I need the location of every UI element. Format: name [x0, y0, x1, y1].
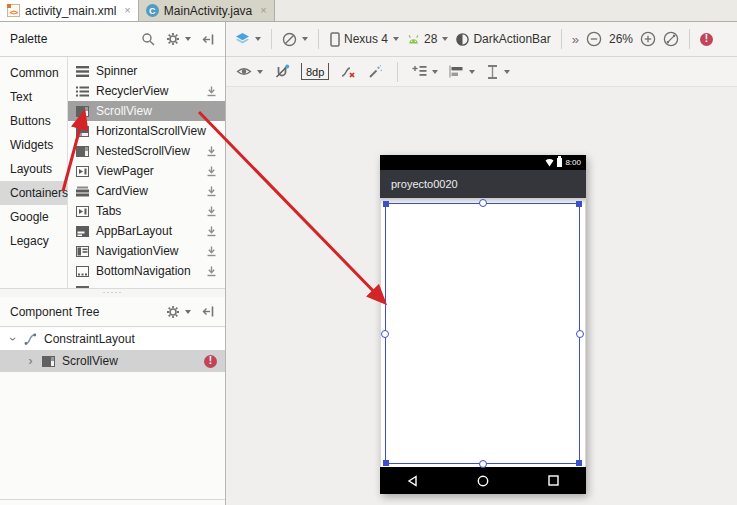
- align-button[interactable]: [449, 65, 475, 78]
- download-icon[interactable]: [206, 246, 217, 257]
- zoom-to-fit-icon[interactable]: [663, 31, 679, 47]
- component-tree: › ConstraintLayout › ScrollView !: [0, 328, 225, 372]
- anchor-left[interactable]: [381, 330, 389, 338]
- expander-icon[interactable]: ›: [26, 354, 35, 368]
- error-badge[interactable]: !: [204, 355, 217, 368]
- palette-options-button[interactable]: [166, 32, 191, 46]
- zoom-level: 26%: [609, 32, 633, 46]
- download-icon[interactable]: [206, 186, 217, 197]
- theme-selector[interactable]: DarkActionBar: [455, 32, 550, 47]
- bottomnavigation-icon: [76, 266, 89, 277]
- palette-title: Palette: [10, 32, 47, 46]
- chevron-down-icon: [185, 37, 191, 41]
- device-phone-icon: [329, 32, 341, 47]
- expander-icon[interactable]: ›: [6, 335, 20, 344]
- category-layouts[interactable]: Layouts: [0, 157, 67, 181]
- anchor-right[interactable]: [576, 330, 584, 338]
- chevron-down-icon: [442, 37, 448, 41]
- tree-options-button[interactable]: [166, 305, 191, 319]
- category-widgets[interactable]: Widgets: [0, 133, 67, 157]
- design-surface[interactable]: 8:00 proyecto0020: [226, 87, 737, 505]
- chevron-down-icon: [469, 70, 475, 74]
- orientation-button[interactable]: [282, 32, 308, 47]
- category-google[interactable]: Google: [0, 205, 67, 229]
- component-recyclerview[interactable]: RecyclerView: [68, 81, 225, 101]
- chevron-down-icon: [393, 37, 399, 41]
- tree-node-constraintlayout[interactable]: › ConstraintLayout: [0, 328, 225, 350]
- design-mode-button[interactable]: [235, 32, 261, 46]
- design-editor: Nexus 4 28 DarkActionBar » 26% ! 8dp: [226, 22, 737, 505]
- chevron-down-icon: [504, 70, 510, 74]
- device-label: Nexus 4: [344, 32, 388, 46]
- anchor-top[interactable]: [479, 199, 487, 207]
- distribute-vertical-icon: [486, 65, 499, 79]
- download-icon[interactable]: [206, 206, 217, 217]
- component-navigationview[interactable]: NavigationView: [68, 241, 225, 261]
- errors-button[interactable]: !: [700, 33, 713, 46]
- anchor-bottom[interactable]: [479, 460, 487, 468]
- resize-handle-top-right[interactable]: [576, 201, 582, 207]
- component-nestedscrollview[interactable]: NestedScrollView: [68, 141, 225, 161]
- hide-panel-icon[interactable]: [202, 305, 215, 318]
- xml-file-icon: <>: [7, 4, 20, 17]
- component-appbarlayout[interactable]: AppBarLayout: [68, 221, 225, 241]
- component-row-clipped[interactable]: [68, 281, 225, 288]
- java-class-icon: C: [146, 4, 159, 17]
- pack-icon: [412, 65, 427, 78]
- tab-mainactivity-java[interactable]: C MainActivity.java ×: [139, 0, 275, 21]
- device-selector[interactable]: Nexus 4: [329, 32, 399, 47]
- download-icon[interactable]: [206, 226, 217, 237]
- zoom-in-icon[interactable]: [640, 31, 656, 47]
- scrollview-selection[interactable]: [385, 203, 580, 464]
- zoom-out-icon[interactable]: [586, 31, 602, 47]
- toolbar-separator: [397, 62, 398, 82]
- component-scrollview[interactable]: ScrollView: [68, 101, 225, 121]
- category-text[interactable]: Text: [0, 85, 67, 109]
- component-tabs[interactable]: Tabs: [68, 201, 225, 221]
- category-buttons[interactable]: Buttons: [0, 109, 67, 133]
- horizontalscrollview-icon: [76, 126, 89, 137]
- view-options-button[interactable]: [236, 65, 263, 78]
- component-cardview[interactable]: CardView: [68, 181, 225, 201]
- component-tree-title: Component Tree: [10, 305, 99, 319]
- category-legacy[interactable]: Legacy: [0, 229, 67, 253]
- resize-handle-bottom-left[interactable]: [383, 460, 389, 466]
- component-spinner[interactable]: Spinner: [68, 61, 225, 81]
- autoconnect-toggle[interactable]: [274, 64, 290, 79]
- category-common[interactable]: Common: [0, 61, 67, 85]
- close-icon[interactable]: ×: [124, 5, 130, 16]
- infer-constraints-button[interactable]: [367, 65, 383, 79]
- distribute-button[interactable]: [486, 65, 510, 79]
- battery-icon: [557, 158, 562, 167]
- api-selector[interactable]: 28: [406, 32, 448, 46]
- tab-activity-main-xml[interactable]: <> activity_main.xml ×: [0, 0, 139, 21]
- resize-handle-bottom-right[interactable]: [576, 460, 582, 466]
- download-icon[interactable]: [206, 266, 217, 277]
- scrollview-icon: [42, 356, 55, 367]
- download-icon[interactable]: [206, 86, 217, 97]
- search-icon[interactable]: [141, 32, 155, 46]
- orientation-icon: [282, 32, 297, 47]
- pack-button[interactable]: [412, 65, 438, 78]
- component-viewpager[interactable]: ViewPager: [68, 161, 225, 181]
- tree-node-scrollview[interactable]: › ScrollView !: [0, 350, 225, 372]
- align-icon: [449, 65, 464, 78]
- palette-component-list: Spinner RecyclerView ScrollView Horizont…: [68, 57, 225, 288]
- download-icon[interactable]: [206, 166, 217, 177]
- resize-handle-top-left[interactable]: [383, 201, 389, 207]
- default-margin-selector[interactable]: 8dp: [301, 63, 329, 80]
- api-level-label: 28: [424, 32, 437, 46]
- component-bottomnavigation[interactable]: BottomNavigation: [68, 261, 225, 281]
- panel-splitter[interactable]: ·····: [0, 288, 225, 297]
- hide-panel-icon[interactable]: [202, 33, 215, 46]
- category-containers[interactable]: Containers: [0, 181, 67, 205]
- component-horizontalscrollview[interactable]: HorizontalScrollView: [68, 121, 225, 141]
- toolbar-overflow-button[interactable]: »: [572, 32, 579, 47]
- palette-panel: Palette Common Text Buttons Widgets Layo…: [0, 22, 226, 505]
- magnet-off-icon: [274, 64, 290, 79]
- download-icon[interactable]: [206, 146, 217, 157]
- navigationview-icon: [76, 246, 89, 257]
- constraintlayout-icon: [24, 333, 37, 345]
- clear-constraints-button[interactable]: [340, 65, 356, 79]
- close-icon[interactable]: ×: [260, 5, 266, 16]
